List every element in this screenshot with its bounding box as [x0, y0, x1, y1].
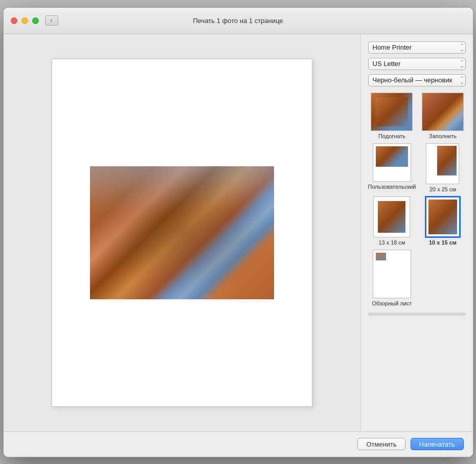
thumb-label-fill: Заполнить — [429, 133, 457, 139]
thumb-label-2025: 20 x 25 см — [429, 186, 456, 192]
thumb-label-1015: 10 x 15 см — [429, 239, 457, 246]
thumb-box-custom[interactable] — [373, 143, 411, 182]
thumb-label-custom: Пользовательский — [368, 184, 416, 190]
paper-select[interactable]: US Letter A4 4x6 — [368, 58, 466, 70]
thumb-label-contact: Обзорный лист — [372, 300, 412, 306]
back-button[interactable]: ‹ — [45, 15, 58, 26]
maximize-button[interactable] — [32, 17, 39, 24]
quality-select-wrapper: Черно-белый — черновик Цветной — чернови… — [368, 74, 466, 86]
print-button[interactable]: Напечатать — [411, 438, 464, 450]
printer-select[interactable]: Home Printer PDF Add Printer... — [368, 41, 466, 54]
thumb-item-1015[interactable]: 10 x 15 см — [420, 196, 465, 246]
thumb-item-contact[interactable]: Обзорный лист — [368, 250, 416, 306]
thumb-item-2025[interactable]: 20 x 25 см — [420, 143, 465, 192]
paper-select-wrapper: US Letter A4 4x6 — [368, 58, 466, 70]
scroll-indicator — [368, 313, 466, 316]
thumb-custom-photo — [376, 146, 408, 167]
traffic-lights — [11, 17, 39, 24]
quality-select[interactable]: Черно-белый — черновик Цветной — чернови… — [368, 74, 466, 86]
photo-preview — [90, 166, 274, 299]
page-preview — [52, 59, 312, 407]
thumb-box-1015[interactable] — [425, 196, 460, 237]
thumbnails-grid: Подогнать Заполнить Пользовательский — [368, 93, 466, 306]
preview-area — [4, 34, 360, 431]
print-window: ‹ Печать 1 фото на 1 странице Home Print… — [3, 7, 473, 457]
cancel-button[interactable]: Отменить — [357, 438, 405, 450]
thumb-item-1318[interactable]: 13 x 18 см — [368, 196, 416, 246]
window-title: Печать 1 фото на 1 странице — [193, 17, 283, 25]
thumb-box-2025[interactable] — [426, 143, 459, 184]
contact-small-photo — [376, 253, 386, 260]
close-button[interactable] — [11, 17, 17, 24]
printer-select-wrapper: Home Printer PDF Add Printer... — [368, 41, 466, 54]
thumb-item-fill[interactable]: Заполнить — [420, 93, 465, 139]
right-panel: Home Printer PDF Add Printer... US Lette… — [360, 34, 473, 431]
titlebar: ‹ Печать 1 фото на 1 странице — [4, 8, 473, 34]
bottom-bar: Отменить Напечатать — [4, 431, 473, 457]
back-icon: ‹ — [51, 17, 53, 24]
thumb-box-fill[interactable] — [422, 93, 464, 131]
thumb-box-contact[interactable] — [373, 250, 411, 298]
main-content: Home Printer PDF Add Printer... US Lette… — [4, 34, 473, 431]
thumb-box-fit[interactable] — [371, 93, 413, 131]
thumb-box-1318[interactable] — [373, 196, 410, 237]
thumb-label-1318: 13 x 18 см — [378, 239, 405, 246]
thumb-item-custom[interactable]: Пользовательский — [368, 143, 416, 192]
thumb-label-fit: Подогнать — [378, 133, 405, 139]
thumb-item-fit[interactable]: Подогнать — [368, 93, 416, 139]
minimize-button[interactable] — [21, 17, 28, 24]
